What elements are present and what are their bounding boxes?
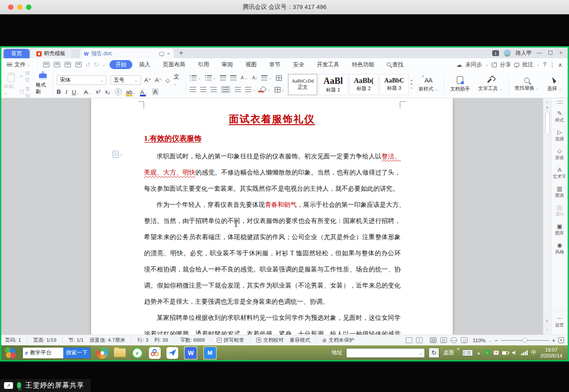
bullet-list-button[interactable]: ⌄ xyxy=(190,75,201,80)
menu-tab-view[interactable]: 视图 xyxy=(240,60,263,69)
bold-button[interactable]: B xyxy=(57,88,61,95)
copy-button[interactable]: ❐复制 xyxy=(19,86,34,99)
vertical-scrollbar[interactable]: ⌄ ▴ ∧ ⌄ xyxy=(543,98,551,335)
meeting-taskbar-slot[interactable]: M xyxy=(203,346,217,360)
ruler-toggle-icon[interactable]: ⌄ xyxy=(546,99,549,104)
tab-docer-templates[interactable]: 稻壳模板 xyxy=(31,49,71,58)
file-menu[interactable]: 文件 xyxy=(14,61,26,69)
menu-tab-insert[interactable]: 插入 xyxy=(133,60,156,69)
sidebar-item-select[interactable]: ▷选择 xyxy=(555,129,564,142)
battery-icon[interactable] xyxy=(502,351,508,355)
status-word-count[interactable]: 字数: 6888 xyxy=(180,337,205,344)
sidebar-item-shapes[interactable]: ◇形状 xyxy=(555,148,564,161)
zoom-select-icon[interactable]: ⌄ xyxy=(488,338,492,343)
sidebar-item-styles[interactable]: ✎样式 xyxy=(555,110,564,123)
font-name-select[interactable]: 宋体⌄ xyxy=(57,75,107,85)
underline-button[interactable]: U⌄ xyxy=(72,88,79,96)
outline-view-button[interactable] xyxy=(440,337,447,343)
help-button[interactable]: ? xyxy=(543,61,546,68)
sidebar-item-chart[interactable]: ▥图表 xyxy=(555,186,564,199)
collapse-sidebar-icon[interactable] xyxy=(557,101,563,104)
collapse-ribbon-button[interactable]: ∧ xyxy=(558,61,562,68)
new-style-button[interactable]: AA 新样式 ⌄ xyxy=(415,72,442,97)
font-size-select[interactable]: 五号⌄ xyxy=(110,75,141,85)
bird-app-icon[interactable] xyxy=(166,347,178,359)
numbered-list-button[interactable]: ⌄ xyxy=(205,75,216,80)
strikethrough-button[interactable]: A⌄ xyxy=(84,88,91,96)
close-traffic-light[interactable] xyxy=(8,4,13,10)
justify-button[interactable] xyxy=(221,86,231,93)
scrollbar-thumb[interactable] xyxy=(545,112,550,135)
sidebar-item-gallery[interactable]: ▣图库 xyxy=(555,223,564,236)
distribute-button[interactable] xyxy=(235,87,241,92)
network-signal-icon[interactable] xyxy=(521,350,528,355)
find-replace-button[interactable]: 查找替换 ⌄ xyxy=(511,72,543,97)
address-input[interactable]: ⌄ xyxy=(346,348,425,358)
web-view-button[interactable] xyxy=(451,337,457,343)
minimize-traffic-light[interactable] xyxy=(17,4,22,10)
tab-document[interactable]: W 报告.doc × xyxy=(80,49,174,58)
close-window-button[interactable]: × xyxy=(558,50,564,56)
menu-tab-section[interactable]: 章节 xyxy=(263,60,286,69)
menu-tab-find[interactable]: 查找 xyxy=(381,60,409,69)
tab-home[interactable]: 首页 xyxy=(4,49,30,58)
increase-indent-button[interactable] xyxy=(230,75,236,80)
style-normal[interactable]: AaBbCcDd 正文 xyxy=(288,74,317,95)
menu-tab-references[interactable]: 引用 xyxy=(192,60,215,69)
zoom-traffic-light[interactable] xyxy=(26,4,31,10)
scroll-up-arrow[interactable]: ▴ xyxy=(546,105,548,109)
minimize-window-button[interactable]: — xyxy=(536,50,543,56)
previous-page-button[interactable]: ∧ xyxy=(546,318,549,323)
save-button[interactable] xyxy=(43,62,49,67)
tray-expand-icon[interactable]: ▲ xyxy=(477,351,481,355)
style-gallery-scroll[interactable]: ▴▾≡ xyxy=(410,78,413,90)
zoom-slider-thumb[interactable] xyxy=(522,338,527,343)
maximize-window-button[interactable] xyxy=(547,50,553,56)
style-heading3[interactable]: AaBbC 标题 3 xyxy=(380,74,409,95)
style-heading1[interactable]: AaBl 标题 1 xyxy=(319,74,348,95)
doc-protection-label[interactable]: ⊘ 文档未保护 xyxy=(322,337,354,344)
italic-button[interactable]: I xyxy=(66,88,67,95)
ime-indicator[interactable]: 中 xyxy=(531,349,537,357)
fit-page-button[interactable] xyxy=(558,337,564,343)
menu-tab-review[interactable]: 审阅 xyxy=(216,60,239,69)
decrease-font-button[interactable]: A⁻ xyxy=(155,77,162,83)
action-center-flag-icon[interactable]: ✕ xyxy=(494,351,499,355)
shading-button[interactable]: ⌄ xyxy=(260,87,271,92)
print-button[interactable] xyxy=(65,62,71,67)
sync-status[interactable]: 未同步 xyxy=(465,61,482,69)
align-right-button[interactable] xyxy=(210,87,217,92)
align-center-button[interactable] xyxy=(200,87,206,92)
character-shading-button[interactable]: A xyxy=(152,88,159,95)
start-button[interactable] xyxy=(5,347,17,359)
browser-360-icon[interactable] xyxy=(96,347,108,359)
spell-check-button[interactable]: ✓ 拼写检查 xyxy=(217,337,244,344)
enclose-character-button[interactable]: A xyxy=(115,88,122,95)
increase-font-button[interactable]: A⁺ xyxy=(144,77,152,83)
menu-tab-page-layout[interactable]: 页面布局 xyxy=(157,60,191,69)
wps-taskbar-slot[interactable]: W xyxy=(184,346,197,360)
zoom-out-button[interactable]: − xyxy=(495,337,498,344)
line-spacing-button[interactable]: ⌄ xyxy=(245,87,256,92)
doc-proof-button[interactable]: ✕ 文档校对 xyxy=(256,337,284,344)
search-input[interactable]: 教学平台 xyxy=(30,349,63,357)
username[interactable]: 路人甲 xyxy=(516,49,532,57)
sort-button[interactable]: A↓ xyxy=(252,75,258,80)
doc-assistant-button[interactable]: 文档助手 xyxy=(446,72,474,97)
print-preview-button[interactable] xyxy=(75,62,82,67)
sidebar-item-wordart[interactable]: A艺术字 xyxy=(553,167,566,180)
taskbar-search-box[interactable]: e 教学平台 搜索一下 xyxy=(22,347,91,359)
browser-green-icon[interactable]: e xyxy=(131,347,143,359)
close-tab-icon[interactable]: × xyxy=(167,51,170,57)
format-painter-button[interactable]: 格式刷 xyxy=(36,74,50,95)
export-button[interactable] xyxy=(54,62,60,67)
paste-options-widget[interactable]: ⌄ xyxy=(113,151,123,158)
font-color-button[interactable]: A⌄ xyxy=(140,88,148,96)
desktop-toolbar[interactable]: 桌面» xyxy=(443,349,459,357)
undo-button[interactable]: ↺ xyxy=(86,61,91,68)
avatar[interactable] xyxy=(503,49,511,57)
document-page[interactable]: 面试衣着服饰礼仪 1.有效的仪表服饰 ⌄ 求职面试时，给人的第一印象往往是你的仪… xyxy=(91,98,453,335)
menu-tab-security[interactable]: 安全 xyxy=(287,60,310,69)
cut-button[interactable]: ✂剪切 xyxy=(19,70,34,83)
zoom-level[interactable]: 110% xyxy=(473,338,486,343)
